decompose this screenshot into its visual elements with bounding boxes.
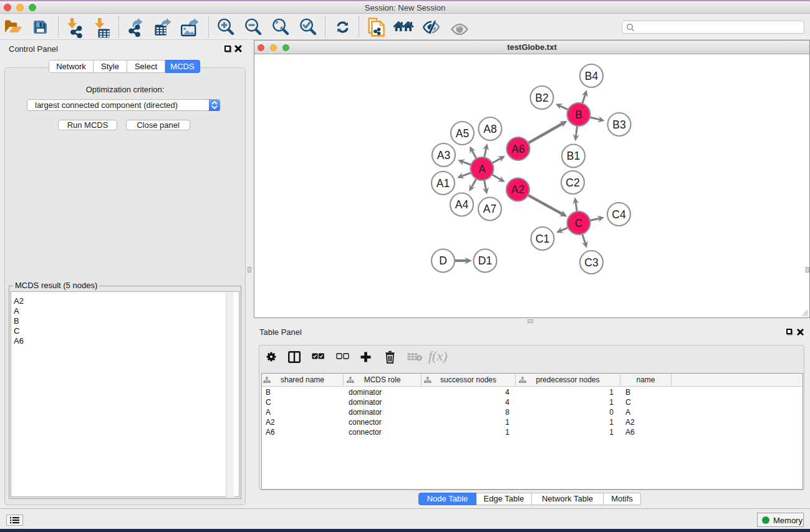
svg-text:D1: D1 — [478, 254, 492, 267]
svg-text:C2: C2 — [566, 177, 579, 189]
svg-text:A5: A5 — [456, 127, 469, 140]
svg-text:A1: A1 — [436, 177, 450, 190]
svg-text:D: D — [439, 254, 447, 267]
svg-text:A7: A7 — [483, 203, 496, 215]
svg-text:A3: A3 — [437, 149, 450, 162]
svg-text:A8: A8 — [483, 123, 496, 135]
svg-text:A: A — [478, 163, 486, 175]
svg-text:C1: C1 — [536, 233, 549, 245]
svg-text:B4: B4 — [585, 70, 599, 82]
svg-text:C: C — [575, 217, 583, 230]
svg-text:A4: A4 — [455, 198, 469, 211]
svg-text:A2: A2 — [511, 183, 524, 196]
svg-text:A6: A6 — [511, 143, 524, 155]
svg-text:C3: C3 — [584, 256, 598, 269]
svg-text:C4: C4 — [612, 208, 626, 221]
svg-text:B: B — [575, 109, 582, 121]
svg-text:B1: B1 — [567, 150, 580, 162]
svg-text:B3: B3 — [612, 118, 625, 131]
svg-text:B2: B2 — [535, 92, 548, 104]
